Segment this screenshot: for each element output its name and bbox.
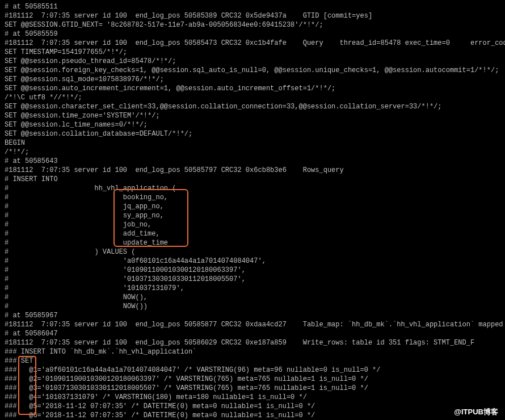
terminal-line: ### @2='010901100010300120180063397' /* … bbox=[5, 375, 500, 384]
terminal-line: ### @4='101037131079' /* VARSTRING(180) … bbox=[5, 393, 500, 402]
terminal-line: # add_time, bbox=[5, 229, 500, 238]
terminal-line: ### INSERT INTO `hh_db_mk`.`hh_vhl_appli… bbox=[5, 347, 500, 356]
terminal-line: # at 50585511 bbox=[5, 2, 500, 11]
terminal-line: # NOW(), bbox=[5, 293, 500, 302]
terminal-line: #181112 7:07:35 server id 100 end_log_po… bbox=[5, 11, 500, 20]
terminal-line: # at 50585559 bbox=[5, 30, 500, 39]
terminal-line: BEGIN bbox=[5, 138, 500, 148]
terminal-line: ### @5='2018-11-12 07:07:35' /* DATETIME… bbox=[5, 402, 500, 411]
terminal-line: SET @@session.lc_time_names=0/*!*/; bbox=[5, 120, 500, 129]
terminal-line: # job_no, bbox=[5, 220, 500, 229]
terminal-line: SET @@session.sql_mode=1075838976/*!*/; bbox=[5, 75, 500, 84]
terminal-line: # jq_app_no, bbox=[5, 202, 500, 211]
terminal-line: SET @@session.collation_database=DEFAULT… bbox=[5, 129, 500, 138]
terminal-line: ### @1='a0f60101c16a44a4a1a7014074084047… bbox=[5, 366, 500, 375]
terminal-line: SET @@session.foreign_key_checks=1, @@se… bbox=[5, 66, 500, 75]
terminal-line: # at 50585643 bbox=[5, 157, 500, 166]
terminal-line: # NOW()) bbox=[5, 302, 500, 311]
terminal-line: /*!*/; bbox=[5, 148, 500, 157]
terminal-line: # hh_vhl_application ( bbox=[5, 184, 500, 193]
terminal-line: #181112 7:07:35 server id 100 end_log_po… bbox=[5, 338, 500, 347]
terminal-line: ### SET bbox=[5, 356, 500, 366]
terminal-line: # at 50586047 bbox=[5, 329, 500, 338]
terminal-line: # update_time bbox=[5, 238, 500, 247]
terminal-line: # sy_app_no, bbox=[5, 211, 500, 220]
terminal-line: # '010901100010300120180063397', bbox=[5, 266, 500, 275]
terminal-line: # booking_no, bbox=[5, 193, 500, 202]
terminal-line: SET @@session.time_zone='SYSTEM'/*!*/; bbox=[5, 111, 500, 120]
terminal-line: #181112 7:07:35 server id 100 end_log_po… bbox=[5, 39, 500, 48]
watermark-label: @ITPUB博客 bbox=[454, 408, 498, 417]
terminal-line: # ) VALUES ( bbox=[5, 247, 500, 257]
terminal-line: SET TIMESTAMP=1541977655/*!*/; bbox=[5, 48, 500, 57]
terminal-line: # '010371303010330112018005507', bbox=[5, 275, 500, 284]
terminal-line: /*!\C utf8 *//*!*/; bbox=[5, 93, 500, 102]
terminal-output: # at 50585511#181112 7:07:35 server id 1… bbox=[0, 0, 505, 420]
terminal-line: # INSERT INTO bbox=[5, 175, 500, 184]
terminal-line: #181112 7:07:35 server id 100 end_log_po… bbox=[5, 320, 500, 329]
terminal-line: # '101037131079', bbox=[5, 284, 500, 293]
terminal-line: ### @6='2018-11-12 07:07:35' /* DATETIME… bbox=[5, 411, 500, 420]
terminal-line: ### @3='010371303010330112018005507' /* … bbox=[5, 384, 500, 393]
terminal-line: SET @@session.auto_increment_increment=1… bbox=[5, 84, 500, 93]
terminal-line: #181112 7:07:35 server id 100 end_log_po… bbox=[5, 166, 500, 175]
terminal-line: SET @@SESSION.GTID_NEXT= '8c268782-517e-… bbox=[5, 20, 500, 30]
terminal-line: SET @@session.character_set_client=33,@@… bbox=[5, 102, 500, 111]
terminal-line: # at 50585967 bbox=[5, 311, 500, 320]
terminal-line: # 'a0f60101c16a44a4a1a7014074084047', bbox=[5, 257, 500, 266]
terminal-line: SET @@session.pseudo_thread_id=85478/*!*… bbox=[5, 57, 500, 66]
